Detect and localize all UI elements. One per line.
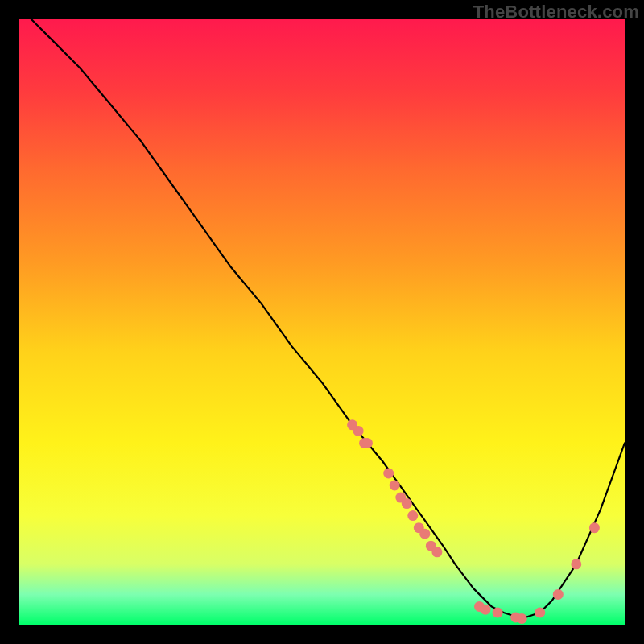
data-point bbox=[407, 510, 418, 521]
stage: TheBottleneck.com bbox=[0, 0, 644, 644]
data-point bbox=[481, 605, 491, 615]
data-point bbox=[353, 426, 364, 436]
data-point bbox=[571, 559, 581, 569]
data-point bbox=[493, 608, 503, 618]
data-point bbox=[553, 589, 564, 600]
data-point bbox=[390, 481, 400, 491]
chart-svg bbox=[19, 19, 625, 625]
data-point bbox=[419, 529, 430, 539]
data-point bbox=[383, 469, 394, 479]
bottleneck-chart bbox=[19, 19, 625, 625]
data-point bbox=[402, 498, 412, 509]
data-point bbox=[362, 438, 373, 448]
data-point bbox=[589, 522, 600, 533]
data-point bbox=[517, 613, 527, 624]
data-point bbox=[431, 547, 442, 557]
chart-background bbox=[19, 19, 625, 625]
data-point bbox=[535, 608, 545, 618]
